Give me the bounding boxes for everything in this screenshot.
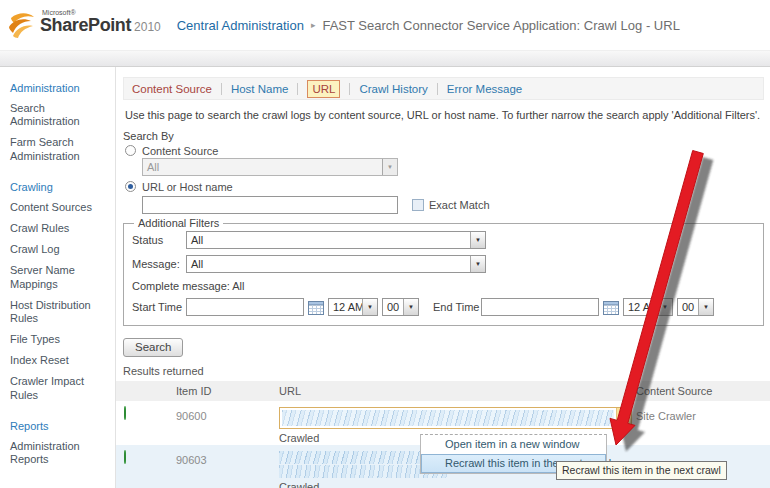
- menu-item-open-in-new-window[interactable]: Open item in a new window: [421, 435, 606, 454]
- chevron-down-icon: ▼: [657, 299, 672, 315]
- sidebar-item-crawl-rules[interactable]: Crawl Rules: [10, 222, 111, 235]
- start-minute-select[interactable]: 00 ▼: [382, 298, 419, 316]
- url-host-name-radio[interactable]: [125, 181, 136, 192]
- product-name: SharePoint: [40, 16, 131, 34]
- main-content: Content Source Host Name URL Crawl Histo…: [116, 67, 770, 488]
- additional-filters-legend: Additional Filters: [134, 217, 223, 229]
- tab-url[interactable]: URL: [307, 80, 340, 98]
- breadcrumb-arrow-icon: ▸: [311, 20, 316, 30]
- sharepoint-crawl-log-page: Microsoft® SharePoint 2010 Central Admin…: [0, 0, 770, 488]
- product-year: 2010: [134, 21, 161, 34]
- breadcrumb: Central Administration ▸ FAST Search Con…: [177, 18, 680, 33]
- url-column-header: URL: [279, 385, 636, 397]
- search-button[interactable]: Search: [123, 338, 183, 357]
- sidebar-heading-crawling: Crawling: [10, 181, 111, 193]
- quick-launch-sidebar: Administration Search Administration Far…: [0, 67, 116, 488]
- end-hour-select[interactable]: 12 AM ▼: [623, 298, 673, 316]
- sidebar-item-farm-search-administration[interactable]: Farm Search Administration: [10, 136, 111, 162]
- content-source-radio-label: Content Source: [142, 145, 218, 157]
- sidebar-item-host-distribution-rules[interactable]: Host Distribution Rules: [10, 299, 111, 325]
- sidebar-item-crawler-impact-rules[interactable]: Crawler Impact Rules: [10, 375, 111, 401]
- status-select[interactable]: All ▼: [186, 231, 486, 249]
- sidebar-item-content-sources[interactable]: Content Sources: [10, 201, 111, 214]
- status-label: Status: [132, 234, 186, 246]
- content-source-select-value: All: [143, 159, 382, 175]
- page-description: Use this page to search the crawl logs b…: [125, 109, 762, 121]
- content-source-column-header: Content Source: [636, 385, 770, 397]
- sidebar-item-crawl-log[interactable]: Crawl Log: [10, 243, 111, 256]
- status-ok-icon: [124, 450, 126, 464]
- status-ok-icon: [124, 406, 126, 420]
- sidebar-section-crawling: Crawling Content Sources Crawl Rules Cra…: [10, 181, 111, 402]
- tab-divider: [297, 83, 298, 95]
- search-by-label: Search By: [123, 130, 770, 142]
- exact-match-label: Exact Match: [429, 199, 490, 211]
- message-select-value: All: [187, 256, 470, 272]
- sidebar-heading-reports: Reports: [10, 420, 111, 432]
- microsoft-label: Microsoft®: [42, 9, 76, 16]
- chevron-down-icon: ▼: [382, 159, 397, 175]
- item-id-column-header: Item ID: [159, 385, 279, 397]
- page-title: FAST Search Connector Service Applicatio…: [322, 18, 679, 33]
- tab-divider: [221, 83, 222, 95]
- sidebar-item-index-reset[interactable]: Index Reset: [10, 354, 111, 367]
- content-source-select[interactable]: All ▼: [142, 158, 398, 176]
- sidebar-section-administration: Administration Search Administration Far…: [10, 82, 111, 163]
- sidebar-item-administration-reports[interactable]: Administration Reports: [10, 440, 111, 466]
- tab-divider: [437, 83, 438, 95]
- sidebar-heading-administration: Administration: [10, 82, 111, 94]
- chevron-down-icon: ▼: [470, 256, 485, 272]
- end-time-input[interactable]: [481, 298, 599, 316]
- url-cell: ▼ Crawled Open item in a new window Recr…: [279, 407, 636, 444]
- results-table-header: Item ID URL Content Source: [116, 381, 770, 401]
- sharepoint-swoosh-icon: [8, 10, 36, 40]
- chevron-down-icon: ▼: [362, 299, 377, 315]
- url-menu-chevron-down-icon[interactable]: ▼: [616, 408, 631, 428]
- content-source-value: Site Crawler: [636, 407, 770, 422]
- message-select[interactable]: All ▼: [186, 255, 486, 273]
- item-id-value: 90603: [159, 451, 279, 466]
- app-header: Microsoft® SharePoint 2010 Central Admin…: [0, 0, 770, 50]
- url-host-name-radio-label: URL or Host name: [142, 181, 233, 193]
- crawl-log-tabs: Content Source Host Name URL Crawl Histo…: [123, 77, 764, 100]
- results-returned-label: Results returned: [123, 365, 770, 377]
- url-dropdown-field[interactable]: ▼: [279, 407, 632, 429]
- end-minute-select[interactable]: 00 ▼: [677, 298, 714, 316]
- content-source-radio[interactable]: [125, 145, 136, 156]
- calendar-icon[interactable]: [603, 300, 619, 315]
- tab-content-source[interactable]: Content Source: [132, 83, 212, 95]
- tab-host-name[interactable]: Host Name: [231, 83, 289, 95]
- item-id-value: 90600: [159, 407, 279, 422]
- sidebar-item-file-types[interactable]: File Types: [10, 333, 111, 346]
- url-host-name-input[interactable]: [142, 196, 398, 214]
- start-hour-select[interactable]: 12 AM ▼: [328, 298, 378, 316]
- tab-error-message[interactable]: Error Message: [447, 83, 522, 95]
- ribbon-strip: [0, 50, 770, 67]
- end-time-label: End Time: [433, 301, 481, 313]
- tab-crawl-history[interactable]: Crawl History: [359, 83, 427, 95]
- sidebar-item-search-administration[interactable]: Search Administration: [10, 102, 111, 128]
- crawl-status-text: Crawled: [279, 481, 636, 488]
- sharepoint-logo: Microsoft® SharePoint 2010: [8, 10, 161, 40]
- start-time-input[interactable]: [186, 298, 304, 316]
- chevron-down-icon: ▼: [698, 299, 713, 315]
- exact-match-checkbox[interactable]: [412, 199, 424, 211]
- table-row: 90600 ▼ Crawled Open item in a new windo…: [116, 401, 770, 445]
- redacted-url: [282, 410, 614, 426]
- recrawl-tooltip: Recrawl this item in the next crawl: [556, 461, 727, 480]
- additional-filters-panel: Additional Filters Status All ▼ Message:…: [123, 217, 764, 326]
- chevron-down-icon: ▼: [470, 232, 485, 248]
- sidebar-section-reports: Reports Administration Reports: [10, 420, 111, 466]
- complete-message-label: Complete message: All: [132, 280, 245, 292]
- end-hour-select-value: 12 AM: [624, 299, 657, 315]
- breadcrumb-central-administration[interactable]: Central Administration: [177, 18, 304, 33]
- calendar-icon[interactable]: [308, 300, 324, 315]
- status-select-value: All: [187, 232, 470, 248]
- end-minute-select-value: 00: [678, 299, 698, 315]
- start-hour-select-value: 12 AM: [329, 299, 362, 315]
- start-minute-select-value: 00: [383, 299, 403, 315]
- sidebar-item-server-name-mappings[interactable]: Server Name Mappings: [10, 264, 111, 290]
- start-time-label: Start Time: [132, 301, 186, 313]
- tab-divider: [349, 83, 350, 95]
- message-label: Message:: [132, 258, 186, 270]
